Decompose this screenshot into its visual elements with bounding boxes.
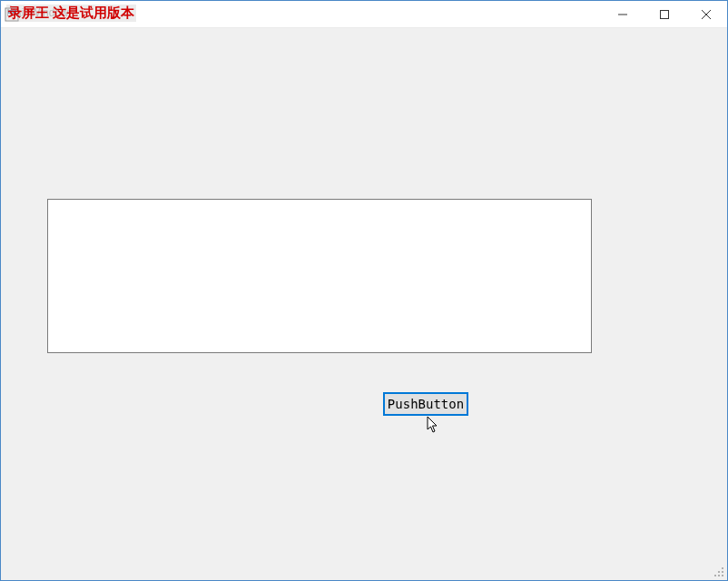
watermark-overlay: 录屏王 这是试用版本	[6, 5, 136, 22]
client-area: PushButton	[2, 29, 726, 579]
push-button[interactable]: PushButton	[383, 392, 468, 416]
maximize-button[interactable]	[644, 1, 685, 28]
close-button[interactable]	[685, 1, 727, 28]
text-edit[interactable]	[47, 199, 592, 353]
minimize-button[interactable]	[602, 1, 644, 28]
svg-rect-3	[661, 11, 669, 19]
title-area: MainWindow 录屏王 这是试用版本	[5, 1, 23, 27]
window-controls	[602, 1, 727, 27]
size-grip-icon[interactable]	[712, 565, 724, 577]
cursor-icon	[427, 416, 441, 434]
svg-point-11	[722, 575, 723, 576]
svg-point-6	[722, 567, 723, 569]
main-window: MainWindow 录屏王 这是试用版本 PushButton	[0, 0, 728, 581]
svg-point-10	[718, 575, 720, 576]
svg-point-8	[722, 571, 723, 573]
svg-point-7	[718, 571, 720, 573]
svg-point-9	[714, 575, 716, 576]
titlebar[interactable]: MainWindow 录屏王 这是试用版本	[1, 1, 727, 28]
